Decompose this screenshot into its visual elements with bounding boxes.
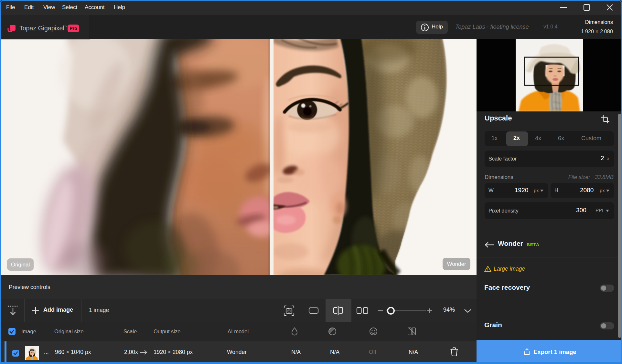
svg-text:Original: Original xyxy=(11,262,30,268)
svg-text:Wonder: Wonder xyxy=(447,261,466,267)
